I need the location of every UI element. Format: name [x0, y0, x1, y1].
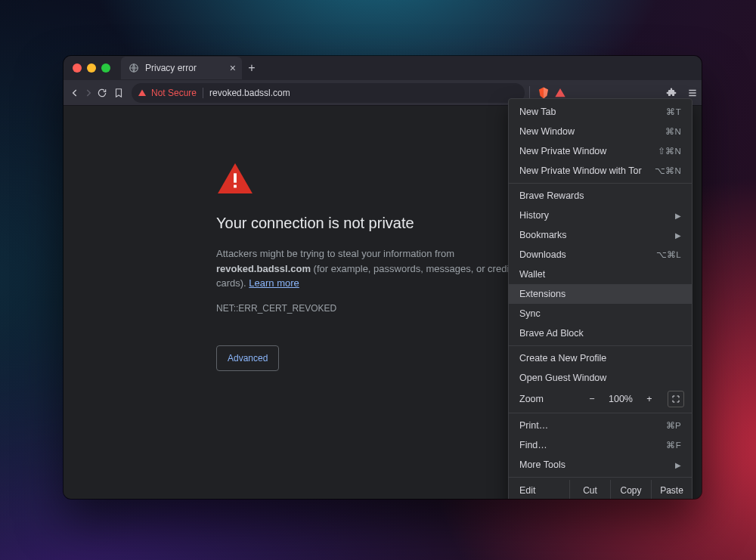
forward-button[interactable]: [83, 83, 94, 103]
url-text: revoked.badssl.com: [209, 88, 290, 98]
divider: [203, 88, 203, 98]
menu-wallet[interactable]: Wallet: [509, 265, 692, 284]
error-interstitial: Your connection is not private Attackers…: [216, 162, 541, 371]
browser-window: Privacy error × + Not Secure revoked.bad…: [64, 56, 702, 499]
menu-new-private-window[interactable]: New Private Window⇧⌘N: [509, 141, 692, 161]
menu-paste[interactable]: Paste: [651, 480, 692, 499]
menu-new-tor-window[interactable]: New Private Window with Tor⌥⌘N: [509, 161, 692, 181]
globe-icon: [129, 63, 139, 73]
tab-strip: Privacy error × +: [64, 56, 702, 80]
error-body: Attackers might be trying to steal your …: [216, 246, 541, 291]
fullscreen-button[interactable]: [668, 391, 684, 407]
svg-rect-2: [234, 185, 237, 188]
svg-rect-1: [234, 173, 237, 182]
menu-downloads[interactable]: Downloads⌥⌘L: [509, 245, 692, 265]
zoom-out-button[interactable]: −: [584, 391, 600, 407]
new-tab-button[interactable]: +: [242, 58, 262, 78]
menu-copy[interactable]: Copy: [610, 480, 651, 499]
window-controls: [70, 63, 116, 73]
menu-create-profile[interactable]: Create a New Profile: [509, 348, 692, 368]
reload-button[interactable]: [97, 83, 107, 103]
error-code: NET::ERR_CERT_REVOKED: [216, 302, 541, 315]
address-bar[interactable]: Not Secure revoked.badssl.com: [132, 83, 525, 103]
menu-separator: [509, 413, 692, 413]
menu-bookmarks[interactable]: Bookmarks▶: [509, 225, 692, 245]
menu-guest-window[interactable]: Open Guest Window: [509, 368, 692, 388]
security-indicator[interactable]: Not Secure: [138, 88, 197, 98]
chevron-right-icon: ▶: [675, 212, 681, 220]
menu-print[interactable]: Print…⌘P: [509, 416, 692, 435]
menu-separator: [509, 345, 692, 346]
menu-find[interactable]: Find…⌘F: [509, 435, 692, 455]
menu-cut[interactable]: Cut: [569, 480, 610, 499]
menu-history[interactable]: History▶: [509, 206, 692, 225]
menu-ad-block[interactable]: Brave Ad Block: [509, 323, 692, 343]
menu-separator: [509, 183, 692, 184]
menu-extensions[interactable]: Extensions: [509, 284, 692, 304]
menu-edit-row: Edit Cut Copy Paste: [509, 480, 692, 499]
learn-more-link[interactable]: Learn more: [249, 277, 299, 289]
warning-small-icon: [138, 88, 147, 97]
minimize-window-button[interactable]: [87, 63, 96, 73]
menu-separator: [509, 477, 692, 478]
chevron-right-icon: ▶: [675, 461, 681, 469]
menu-more-tools[interactable]: More Tools▶: [509, 455, 692, 475]
close-window-button[interactable]: [73, 63, 82, 73]
tab-privacy-error[interactable]: Privacy error ×: [121, 57, 242, 79]
app-menu: New Tab⌘T New Window⌘N New Private Windo…: [508, 98, 692, 499]
menu-zoom: Zoom − 100% +: [509, 388, 692, 410]
bookmark-button[interactable]: [113, 83, 124, 103]
chevron-right-icon: ▶: [675, 231, 681, 240]
error-title: Your connection is not private: [216, 212, 541, 234]
menu-sync[interactable]: Sync: [509, 304, 692, 323]
menu-brave-rewards[interactable]: Brave Rewards: [509, 186, 692, 206]
fullscreen-window-button[interactable]: [101, 63, 110, 73]
divider: [529, 86, 530, 100]
advanced-button[interactable]: Advanced: [216, 345, 279, 371]
warning-large-icon: [216, 162, 541, 195]
menu-new-window[interactable]: New Window⌘N: [509, 122, 692, 141]
close-tab-button[interactable]: ×: [230, 62, 236, 74]
zoom-in-button[interactable]: +: [642, 391, 657, 407]
menu-new-tab[interactable]: New Tab⌘T: [509, 102, 692, 122]
back-button[interactable]: [70, 83, 80, 103]
not-secure-label: Not Secure: [151, 88, 197, 98]
tab-title: Privacy error: [145, 63, 197, 73]
zoom-value: 100%: [606, 394, 636, 404]
